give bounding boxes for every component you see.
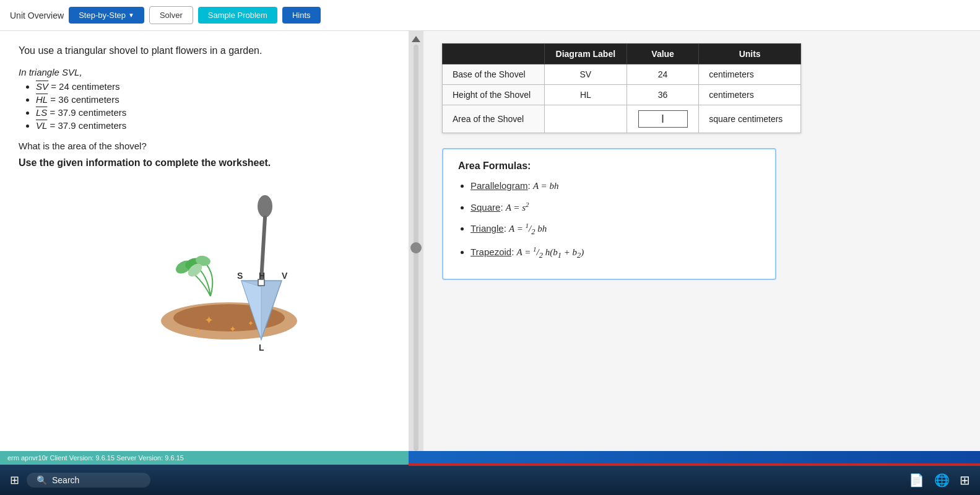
- triangle-intro: In triangle SVL,: [19, 67, 390, 77]
- svg-text:✦: ✦: [229, 324, 236, 334]
- version-bar: erm apnvr10r Client Version: 9.6.15 Serv…: [0, 451, 409, 465]
- worksheet-table: Diagram Label Value Units Base of the Sh…: [442, 43, 801, 133]
- list-item: Parallelogram: A = bh: [470, 179, 760, 193]
- blue-accent-bar: [409, 451, 980, 465]
- scroll-divider[interactable]: [409, 31, 423, 465]
- taskbar-left: ⊞ 🔍 Search: [10, 473, 150, 488]
- scroll-track: [414, 45, 418, 451]
- table-row: Height of the Shovel HL 36 centimeters: [443, 85, 801, 105]
- trapezoid-link[interactable]: Trapezoid: [470, 247, 511, 257]
- solver-button[interactable]: Solver: [149, 6, 193, 24]
- row-value-24: 24: [627, 64, 698, 85]
- svg-text:✦: ✦: [248, 319, 254, 328]
- table-row: Area of the Shovel I square centimeters: [443, 105, 801, 133]
- apps-icon[interactable]: ⊞: [960, 473, 970, 488]
- row-value-area[interactable]: I: [627, 105, 698, 133]
- sample-problem-button[interactable]: Sample Problem: [198, 7, 277, 24]
- row-label-base: Base of the Shovel: [443, 64, 545, 85]
- row-units-area: square centimeters: [699, 105, 801, 133]
- scroll-up-arrow[interactable]: [412, 36, 420, 42]
- list-item: HL = 36 centimeters: [36, 94, 390, 105]
- list-item: Trapezoid: A = 1/2 h(b1 + b2): [470, 244, 760, 261]
- formulas-title: Area Formulas:: [458, 160, 760, 172]
- table-header-value: Value: [627, 44, 698, 64]
- search-icon: 🔍: [37, 475, 47, 485]
- table-header-units: Units: [699, 44, 801, 64]
- row-diagram-sv: SV: [544, 64, 627, 85]
- measurements-list: SV = 24 centimeters HL = 36 centimeters …: [19, 81, 390, 131]
- left-panel: You use a triangular shovel to plant flo…: [0, 31, 409, 465]
- shovel-illustration: ✦ ✦ ✦ ✦ ✦: [19, 178, 390, 354]
- triangle-link[interactable]: Triangle: [470, 223, 504, 234]
- svg-point-11: [258, 195, 272, 217]
- scroll-thumb[interactable]: [410, 242, 422, 253]
- unit-overview-link[interactable]: Unit Overview: [10, 11, 64, 20]
- row-units-base: centimeters: [699, 64, 801, 85]
- list-item: VL = 37.9 centimeters: [36, 120, 390, 131]
- svg-text:✦: ✦: [195, 326, 201, 335]
- list-item: SV = 24 centimeters: [36, 81, 390, 92]
- svg-text:✦: ✦: [204, 314, 214, 326]
- row-label-height: Height of the Shovel: [443, 85, 545, 105]
- red-accent-line: [409, 463, 980, 466]
- main-content: You use a triangular shovel to plant flo…: [0, 31, 980, 465]
- list-item: Square: A = s2: [470, 199, 760, 215]
- chevron-down-icon: ▼: [128, 12, 134, 19]
- parallelogram-link[interactable]: Parallelogram: [470, 180, 528, 191]
- instruction-text: Use the given information to complete th…: [19, 157, 390, 169]
- list-item: Triangle: A = 1/2 bh: [470, 221, 760, 238]
- row-diagram-area: [544, 105, 627, 133]
- svg-text:V: V: [282, 271, 288, 281]
- list-item: LS = 37.9 centimeters: [36, 107, 390, 118]
- svg-text:S: S: [237, 271, 243, 281]
- step-by-step-button[interactable]: Step-by-Step ▼: [69, 7, 144, 24]
- row-label-area: Area of the Shovel: [443, 105, 545, 133]
- problem-intro: You use a triangular shovel to plant flo…: [19, 43, 390, 58]
- table-header-diagram: Diagram Label: [544, 44, 627, 64]
- search-label: Search: [52, 475, 79, 485]
- right-panel: Diagram Label Value Units Base of the Sh…: [423, 31, 980, 465]
- edge-icon[interactable]: 🌐: [934, 473, 950, 488]
- taskbar-right: 📄 🌐 ⊞: [909, 473, 970, 488]
- row-diagram-hl: HL: [544, 85, 627, 105]
- row-units-height: centimeters: [699, 85, 801, 105]
- file-icon[interactable]: 📄: [909, 473, 924, 488]
- windows-start-button[interactable]: ⊞: [10, 473, 19, 487]
- area-input[interactable]: I: [638, 110, 688, 128]
- taskbar-search[interactable]: 🔍 Search: [27, 473, 150, 488]
- formulas-box: Area Formulas: Parallelogram: A = bh Squ…: [442, 148, 776, 280]
- hints-button[interactable]: Hints: [282, 7, 321, 24]
- table-row: Base of the Shovel SV 24 centimeters: [443, 64, 801, 85]
- top-navigation: Unit Overview Step-by-Step ▼ Solver Samp…: [0, 0, 980, 31]
- shovel-svg: ✦ ✦ ✦ ✦ ✦: [105, 178, 303, 352]
- taskbar: ⊞ 🔍 Search 📄 🌐 ⊞: [0, 465, 980, 495]
- square-link[interactable]: Square: [470, 202, 500, 212]
- svg-text:L: L: [259, 343, 264, 352]
- question-text: What is the area of the shovel?: [19, 141, 390, 151]
- formula-list: Parallelogram: A = bh Square: A = s2 Tri…: [458, 179, 760, 261]
- row-value-36: 36: [627, 85, 698, 105]
- table-header-label: [443, 44, 545, 64]
- svg-text:H: H: [259, 271, 265, 281]
- version-text: erm apnvr10r Client Version: 9.6.15 Serv…: [7, 454, 184, 462]
